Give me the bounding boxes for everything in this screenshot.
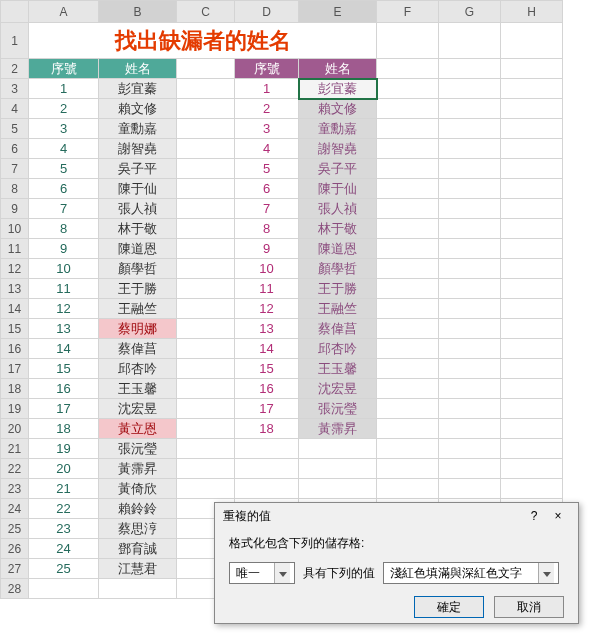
cell[interactable] (377, 319, 439, 339)
row-22[interactable]: 22 (1, 459, 29, 479)
cell[interactable] (501, 23, 563, 59)
cell[interactable]: 鄧育誠 (99, 539, 177, 559)
cell[interactable] (377, 379, 439, 399)
cell[interactable]: 25 (29, 559, 99, 579)
cell[interactable]: 謝智堯 (99, 139, 177, 159)
cell[interactable]: 13 (29, 319, 99, 339)
cell[interactable] (377, 299, 439, 319)
cell[interactable]: 林于敬 (99, 219, 177, 239)
cell[interactable] (501, 459, 563, 479)
row-20[interactable]: 20 (1, 419, 29, 439)
cell[interactable]: 14 (29, 339, 99, 359)
cell[interactable] (501, 119, 563, 139)
cell[interactable] (501, 399, 563, 419)
cell[interactable]: 10 (235, 259, 299, 279)
cell[interactable] (377, 179, 439, 199)
cell[interactable] (501, 319, 563, 339)
cell[interactable]: 12 (235, 299, 299, 319)
col-D[interactable]: D (235, 1, 299, 23)
row-14[interactable]: 14 (1, 299, 29, 319)
cell[interactable] (177, 319, 235, 339)
rule-type-dropdown[interactable]: 唯一 (229, 562, 295, 584)
cell[interactable]: 序號 (29, 59, 99, 79)
cell[interactable] (235, 439, 299, 459)
cell[interactable]: 蔡思涥 (99, 519, 177, 539)
cell[interactable] (439, 339, 501, 359)
cell[interactable] (377, 419, 439, 439)
cell[interactable] (177, 279, 235, 299)
cell[interactable] (439, 99, 501, 119)
row-21[interactable]: 21 (1, 439, 29, 459)
cell[interactable] (501, 199, 563, 219)
cell[interactable]: 王玉馨 (99, 379, 177, 399)
row-3[interactable]: 3 (1, 79, 29, 99)
cell[interactable]: 11 (29, 279, 99, 299)
cell[interactable] (377, 399, 439, 419)
cell[interactable] (501, 59, 563, 79)
ok-button[interactable]: 確定 (414, 596, 484, 618)
row-6[interactable]: 6 (1, 139, 29, 159)
cell[interactable] (177, 239, 235, 259)
cell[interactable]: 22 (29, 499, 99, 519)
cell[interactable] (177, 459, 235, 479)
cell[interactable]: 15 (235, 359, 299, 379)
cell[interactable] (439, 159, 501, 179)
cell[interactable]: 16 (29, 379, 99, 399)
cell[interactable]: 陳道恩 (299, 239, 377, 259)
cell[interactable]: 童勳嘉 (299, 119, 377, 139)
row-17[interactable]: 17 (1, 359, 29, 379)
cell[interactable] (439, 139, 501, 159)
cell[interactable] (177, 299, 235, 319)
cell[interactable] (177, 439, 235, 459)
cell[interactable] (177, 359, 235, 379)
cell[interactable] (377, 459, 439, 479)
cell[interactable]: 彭宜蓁 (299, 79, 377, 99)
cell[interactable]: 黃倚欣 (99, 479, 177, 499)
cell[interactable]: 王玉馨 (299, 359, 377, 379)
cell[interactable] (501, 139, 563, 159)
cell[interactable]: 張人禎 (299, 199, 377, 219)
cell[interactable] (177, 199, 235, 219)
cell[interactable] (177, 99, 235, 119)
cell[interactable] (439, 399, 501, 419)
cell[interactable] (439, 119, 501, 139)
cell[interactable]: 黃霈昇 (299, 419, 377, 439)
row-5[interactable]: 5 (1, 119, 29, 139)
cell[interactable] (377, 59, 439, 79)
cell[interactable] (377, 119, 439, 139)
row-7[interactable]: 7 (1, 159, 29, 179)
cell[interactable] (377, 479, 439, 499)
cell[interactable]: 16 (235, 379, 299, 399)
col-C[interactable]: C (177, 1, 235, 23)
row-16[interactable]: 16 (1, 339, 29, 359)
cell[interactable]: 2 (29, 99, 99, 119)
row-28[interactable]: 28 (1, 579, 29, 599)
cell[interactable]: 4 (235, 139, 299, 159)
cell[interactable] (439, 299, 501, 319)
cell[interactable]: 賴文修 (299, 99, 377, 119)
cell[interactable]: 6 (235, 179, 299, 199)
row-9[interactable]: 9 (1, 199, 29, 219)
cell[interactable] (377, 259, 439, 279)
row-26[interactable]: 26 (1, 539, 29, 559)
cell[interactable]: 8 (235, 219, 299, 239)
cell[interactable] (177, 59, 235, 79)
cell[interactable] (501, 239, 563, 259)
cell[interactable]: 9 (235, 239, 299, 259)
cell[interactable]: 吳子平 (99, 159, 177, 179)
help-button[interactable]: ? (522, 509, 546, 523)
cell[interactable] (99, 579, 177, 599)
cell[interactable] (439, 359, 501, 379)
cell[interactable]: 19 (29, 439, 99, 459)
row-13[interactable]: 13 (1, 279, 29, 299)
cell[interactable] (29, 579, 99, 599)
sheet-title[interactable]: 找出缺漏者的姓名 (29, 23, 377, 59)
cell[interactable] (501, 159, 563, 179)
cell[interactable]: 姓名 (99, 59, 177, 79)
cell[interactable]: 蔡明娜 (99, 319, 177, 339)
cell[interactable] (177, 139, 235, 159)
cell[interactable]: 王融竺 (99, 299, 177, 319)
cell[interactable]: 沈宏昱 (299, 379, 377, 399)
row-2[interactable]: 2 (1, 59, 29, 79)
select-all-corner[interactable] (1, 1, 29, 23)
